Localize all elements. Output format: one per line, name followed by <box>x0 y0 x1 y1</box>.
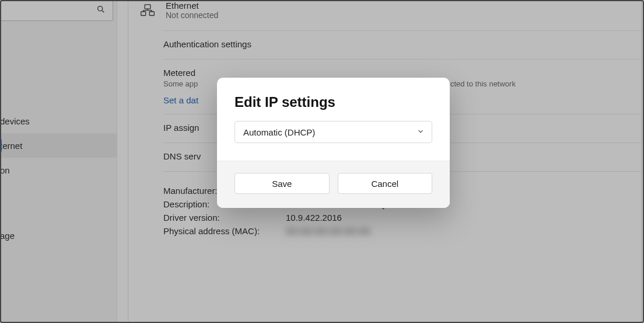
cancel-button[interactable]: Cancel <box>338 173 433 194</box>
dialog-title: Edit IP settings <box>235 94 432 110</box>
edit-ip-settings-dialog: Edit IP settings Automatic (DHCP) Save C… <box>217 78 450 208</box>
ip-settings-dropdown[interactable]: Automatic (DHCP) <box>235 121 432 143</box>
save-button[interactable]: Save <box>235 173 330 194</box>
dropdown-value: Automatic (DHCP) <box>243 127 315 137</box>
chevron-down-icon <box>416 127 425 137</box>
